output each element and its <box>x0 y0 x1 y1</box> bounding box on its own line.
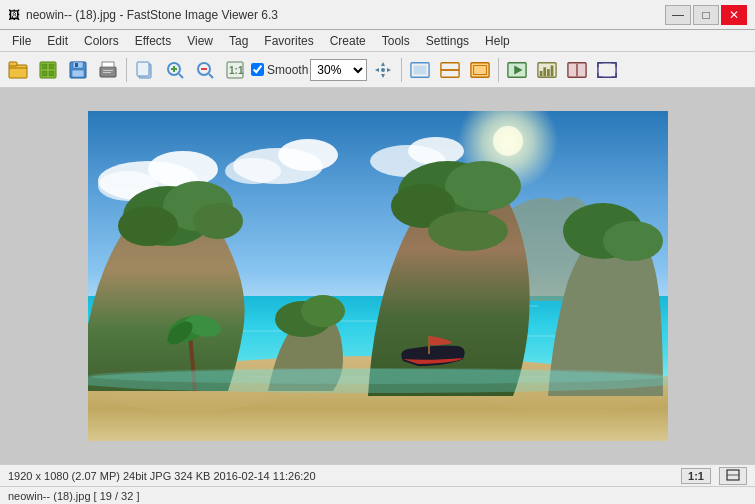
smooth-label[interactable]: Smooth <box>267 63 308 77</box>
browse-button[interactable] <box>34 56 62 84</box>
status-right: 1:1 <box>681 467 747 485</box>
menu-file[interactable]: File <box>4 32 39 50</box>
fullscreen-button[interactable] <box>593 56 621 84</box>
slideshow-button[interactable] <box>503 56 531 84</box>
filename-bar: neowin-- (18).jpg [ 19 / 32 ] <box>0 486 755 504</box>
svg-rect-16 <box>137 62 149 76</box>
svg-rect-36 <box>540 70 543 75</box>
svg-point-67 <box>193 203 243 239</box>
zoom-in-button[interactable] <box>161 56 189 84</box>
svg-rect-9 <box>72 70 84 77</box>
fit-window-button[interactable] <box>406 56 434 84</box>
svg-rect-14 <box>102 62 114 67</box>
pan-button[interactable] <box>369 56 397 84</box>
menu-effects[interactable]: Effects <box>127 32 179 50</box>
svg-rect-6 <box>49 71 54 76</box>
zoom-11-button[interactable]: 1:1 <box>681 468 711 484</box>
zoom-out-button[interactable] <box>191 56 219 84</box>
title-left: 🖼 neowin-- (18).jpg - FastStone Image Vi… <box>8 8 278 22</box>
filename-text: neowin-- (18).jpg [ 19 / 32 ] <box>8 490 139 502</box>
svg-point-26 <box>381 68 385 72</box>
menu-create[interactable]: Create <box>322 32 374 50</box>
svg-rect-0 <box>9 65 27 78</box>
svg-point-51 <box>225 158 281 184</box>
close-button[interactable]: ✕ <box>721 5 747 25</box>
menu-tools[interactable]: Tools <box>374 32 418 50</box>
minimize-button[interactable]: — <box>665 5 691 25</box>
image-container <box>88 111 668 441</box>
svg-rect-42 <box>598 62 616 77</box>
app-icon: 🖼 <box>8 8 20 22</box>
image-scene <box>88 111 668 441</box>
svg-rect-3 <box>42 64 47 69</box>
menu-help[interactable]: Help <box>477 32 518 50</box>
save-button[interactable] <box>64 56 92 84</box>
svg-line-18 <box>179 74 183 78</box>
svg-text:1:1: 1:1 <box>229 65 244 76</box>
svg-point-71 <box>428 211 508 251</box>
svg-point-66 <box>118 206 178 246</box>
separator-1 <box>126 58 127 82</box>
svg-rect-1 <box>9 62 17 66</box>
print-button[interactable] <box>94 56 122 84</box>
svg-rect-4 <box>49 64 54 69</box>
svg-rect-13 <box>103 72 111 73</box>
fit-page-button[interactable] <box>466 56 494 84</box>
svg-rect-76 <box>428 336 430 354</box>
separator-3 <box>498 58 499 82</box>
svg-point-45 <box>493 126 523 156</box>
svg-rect-37 <box>544 67 547 76</box>
title-controls: — □ ✕ <box>665 5 747 25</box>
menu-favorites[interactable]: Favorites <box>256 32 321 50</box>
svg-rect-28 <box>414 65 427 74</box>
svg-point-73 <box>603 221 663 261</box>
title-text: neowin-- (18).jpg - FastStone Image View… <box>26 8 278 22</box>
open-folder-button[interactable] <box>4 56 32 84</box>
svg-point-69 <box>445 161 521 211</box>
svg-point-82 <box>88 368 668 384</box>
title-bar: 🖼 neowin-- (18).jpg - FastStone Image Vi… <box>0 0 755 30</box>
maximize-button[interactable]: □ <box>693 5 719 25</box>
smooth-checkbox[interactable] <box>251 63 264 76</box>
menu-tag[interactable]: Tag <box>221 32 256 50</box>
svg-rect-5 <box>42 71 47 76</box>
svg-rect-10 <box>75 63 78 67</box>
fit-width-button[interactable] <box>436 56 464 84</box>
actual-size-button[interactable]: 1:1 <box>221 56 249 84</box>
status-info: 1920 x 1080 (2.07 MP) 24bit JPG 324 KB 2… <box>8 470 316 482</box>
smooth-checkbox-group: Smooth <box>251 63 308 77</box>
status-bar: 1920 x 1080 (2.07 MP) 24bit JPG 324 KB 2… <box>0 464 755 486</box>
separator-2 <box>401 58 402 82</box>
main-area <box>0 88 755 464</box>
compare-button[interactable] <box>563 56 591 84</box>
toolbar: 1:1 Smooth 30% 10% 20% 25% 50% 75% 100% <box>0 52 755 88</box>
menu-bar: File Edit Colors Effects View Tag Favori… <box>0 30 755 52</box>
svg-rect-39 <box>551 65 554 76</box>
svg-point-47 <box>148 151 218 187</box>
svg-point-53 <box>408 137 464 165</box>
svg-point-50 <box>278 139 338 171</box>
copy-button[interactable] <box>131 56 159 84</box>
histogram-button[interactable] <box>533 56 561 84</box>
menu-edit[interactable]: Edit <box>39 32 76 50</box>
svg-rect-12 <box>103 70 113 71</box>
svg-point-75 <box>301 295 345 327</box>
menu-view[interactable]: View <box>179 32 221 50</box>
svg-line-22 <box>209 74 213 78</box>
menu-settings[interactable]: Settings <box>418 32 477 50</box>
svg-rect-38 <box>547 69 550 76</box>
zoom-select[interactable]: 30% 10% 20% 25% 50% 75% 100% <box>310 59 367 81</box>
fit-button[interactable] <box>719 467 747 485</box>
menu-colors[interactable]: Colors <box>76 32 127 50</box>
